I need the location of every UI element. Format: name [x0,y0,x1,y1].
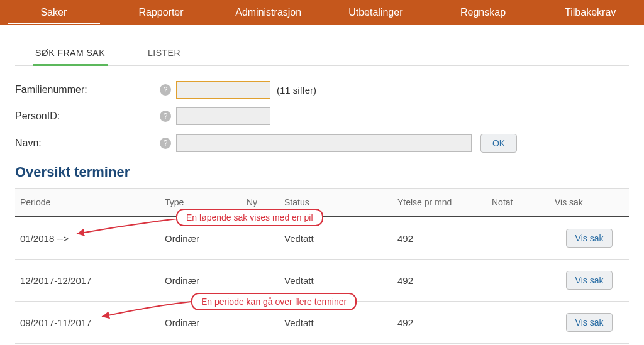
cell-notat [487,217,550,260]
row-familienummer: Familienummer: ? (11 siffer) [15,81,629,99]
section-title: Oversikt terminer [15,164,629,180]
nav-label: Regnskap [460,7,506,18]
cell-ytelse: 492 [392,260,487,302]
navn-input[interactable] [176,134,472,152]
row-navn: Navn: ? OK [15,134,629,153]
nav-tilbakekrav[interactable]: Tilbakekrav [536,0,644,25]
subtab-label: LISTER [148,48,180,58]
familienummer-input[interactable] [176,81,270,99]
cell-periode: 12/2017-12/2017 [15,260,160,302]
familienummer-hint: (11 siffer) [277,85,316,96]
tab-lister[interactable]: LISTER [145,44,183,65]
cell-notat [487,260,550,302]
th-notat: Notat [487,189,550,217]
cell-notat [487,302,550,344]
callout-mid: En periode kan gå over flere terminer [191,293,357,310]
ok-button[interactable]: OK [480,134,517,153]
personid-input[interactable] [176,107,270,125]
vis-sak-button[interactable]: Vis sak [566,313,613,332]
nav-regnskap[interactable]: Regnskap [430,0,537,25]
callout-arrow-icon [97,299,197,320]
th-vissak: Vis sak [550,189,629,217]
nav-label: Saker [40,7,67,18]
nav-label: Tilbakekrav [565,7,616,18]
nav-saker[interactable]: Saker [0,0,108,25]
th-ytelse: Ytelse pr mnd [392,189,487,217]
nav-label: Rapporter [138,7,183,18]
navn-label: Navn: [15,138,160,149]
personid-label: PersonID: [15,111,160,122]
nav-rapporter[interactable]: Rapporter [108,0,215,25]
subtabs: SØK FRAM SAK LISTER [15,38,629,66]
cell-ytelse: 492 [392,217,487,260]
terminer-table: Periode Type Ny Status Ytelse pr mnd Not… [15,188,629,344]
vis-sak-button[interactable]: Vis sak [566,229,613,248]
search-form: Familienummer: ? (11 siffer) PersonID: ?… [15,81,629,153]
callout-top: En løpende sak vises med en pil [176,209,323,226]
top-nav: Saker Rapporter Administrasjon Utbetalin… [0,0,644,25]
help-icon[interactable]: ? [160,84,171,96]
vis-sak-button[interactable]: Vis sak [566,271,613,290]
nav-label: Administrasjon [235,7,301,18]
th-periode: Periode [15,189,160,217]
tab-sok-fram-sak[interactable]: SØK FRAM SAK [33,44,108,66]
help-icon[interactable]: ? [160,138,171,149]
familienummer-label: Familienummer: [15,84,160,96]
cell-ytelse: 492 [392,302,487,344]
page-body: SØK FRAM SAK LISTER Familienummer: ? (11… [0,25,644,344]
subtab-label: SØK FRAM SAK [35,48,105,58]
nav-administrasjon[interactable]: Administrasjon [214,0,322,25]
help-icon[interactable]: ? [160,111,171,122]
nav-utbetalinger[interactable]: Utbetalinger [322,0,430,25]
row-personid: PersonID: ? [15,107,629,125]
callout-arrow-icon [70,219,184,238]
nav-label: Utbetalinger [348,7,402,18]
